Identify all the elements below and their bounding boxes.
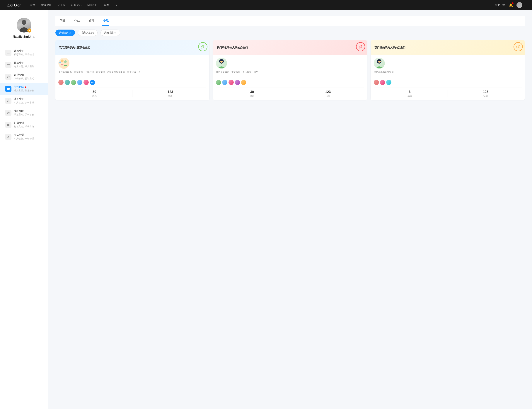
member-more-1: +15 [90, 80, 95, 85]
member-avatar-1-2 [65, 80, 70, 85]
topic-label-1: 话题 [134, 94, 206, 97]
group-avatar-3 [374, 58, 385, 69]
settings-icon [5, 134, 11, 140]
chevron-down-icon: ▾ [523, 4, 525, 7]
sidebar-item-certificate[interactable]: 证书荣誉 收获荣誉、持证上岗 [0, 71, 48, 83]
svg-rect-2 [7, 54, 9, 54]
user-avatar-menu[interactable]: ▾ [516, 2, 525, 8]
group-stats-3: 3 成员 123 话题 [374, 88, 522, 97]
header-right: APP下载 🔔 ▾ [495, 2, 525, 8]
qr-icon[interactable]: ⊞ [33, 35, 35, 38]
svg-rect-0 [7, 52, 9, 52]
group-stat-topics-1: 123 话题 [134, 90, 206, 97]
sidebar-item-settings[interactable]: 个人设置 个人信息、一键管理 [0, 131, 48, 143]
group-card-3-body: 我是你得不到的宝贝 3 成员 123 话 [371, 55, 525, 100]
sidebar-item-question-bank[interactable]: 题库中心 海量习题、助力通关 [0, 59, 48, 71]
question-bank-icon [5, 62, 11, 68]
sidebar-item-course-center[interactable]: 课程中心 精彩课程、不容错过 [0, 47, 48, 59]
tab-qa[interactable]: 问答 [59, 16, 66, 26]
account-icon [5, 98, 11, 104]
nav-questions[interactable]: 题库 [104, 3, 109, 7]
tab-homework[interactable]: 作业 [73, 16, 81, 26]
app-download[interactable]: APP下载 [495, 3, 505, 7]
group-stat-topics-3: 123 话题 [449, 90, 522, 97]
qa-badge [25, 86, 27, 88]
avatar-image [516, 2, 523, 8]
bell-icon: 🔔 [509, 3, 513, 7]
logo: LOGO [7, 3, 21, 8]
course-center-title: 课程中心 [14, 49, 34, 53]
group-stamp-2: ★★★认证 [355, 41, 366, 52]
svg-point-18 [59, 62, 61, 63]
member-avatar-2-3 [229, 80, 234, 85]
sub-tab-created[interactable]: 我创建的(2) [55, 29, 75, 36]
sidebar-item-messages[interactable]: 我的消息 消息通知、及时了解 [0, 107, 48, 119]
sub-tab-topics[interactable]: 我的话题(4) [101, 29, 120, 36]
settings-text: 个人设置 个人信息、一键管理 [14, 133, 34, 140]
group-desc-1: 爱音乐爱电影、更爱旅游、个性好强、但又谦虚、低调爱音乐爱电影、更爱旅游、个... [58, 71, 206, 78]
account-text: 账户中心 个人权益、实时掌握 [14, 97, 34, 104]
group-stamp-1: ★★★认证 [197, 41, 209, 52]
member-avatar-1-3 [71, 80, 76, 85]
topic-count-3: 123 [449, 90, 522, 94]
member-avatar-1-1 [58, 80, 64, 85]
group-members-2 [216, 80, 364, 85]
nav-more[interactable]: ··· [115, 4, 117, 7]
svg-point-16 [61, 59, 64, 62]
group-card-1-body: 爱音乐爱电影、更爱旅游、个性好强、但又谦虚、低调爱音乐爱电影、更爱旅游、个...… [55, 55, 209, 100]
svg-rect-14 [8, 125, 9, 126]
group-card-3[interactable]: 双门洞豹子夫人家的公主们 ★★★认证 我是你得不到的宝贝 [371, 40, 525, 100]
member-avatar-2-2 [222, 80, 227, 85]
member-avatar-2-1 [216, 80, 221, 85]
group-stat-topics-2: 123 话题 [292, 90, 364, 97]
notification-bell[interactable]: 🔔 [509, 3, 513, 7]
messages-title: 我的消息 [14, 109, 34, 113]
stat-divider-1 [132, 90, 132, 97]
sidebar-item-qa[interactable]: 学习问答 课后重温、疑难解答 [0, 83, 48, 95]
nav-courses[interactable]: 发现课程 [41, 3, 52, 7]
messages-subtitle: 消息通知、及时了解 [14, 113, 34, 116]
groups-grid: 双门洞豹子夫人家的公主们 ★★★认证 [55, 40, 525, 100]
member-avatar-1-4 [77, 80, 83, 85]
group-card-3-header: 双门洞豹子夫人家的公主们 ★★★认证 [371, 40, 525, 55]
nav-qa[interactable]: 问答社区 [87, 3, 98, 7]
main-nav: 首页 发现课程 公开课 新闻资讯 问答社区 题库 ··· [30, 3, 495, 7]
profile-name: Natalie Smith [13, 35, 31, 38]
nav-home[interactable]: 首页 [30, 3, 35, 7]
stamp-text-2: ★★★认证 [358, 45, 363, 49]
account-subtitle: 个人权益、实时掌握 [14, 101, 34, 104]
notification-badge [512, 2, 514, 4]
group-card-1[interactable]: 双门洞豹子夫人家的公主们 ★★★认证 [55, 40, 209, 100]
qa-text: 学习问答 课后重温、疑难解答 [14, 85, 34, 92]
member-label-3: 成员 [374, 94, 446, 97]
sidebar-item-orders[interactable]: 订单管理 订单支出、明明白白 [0, 119, 48, 131]
header: LOGO 首页 发现课程 公开课 新闻资讯 问答社区 题库 ··· APP下载 … [0, 0, 532, 10]
svg-point-10 [8, 112, 9, 113]
group-card-1-title: 双门洞豹子夫人家的公主们 [59, 46, 206, 49]
svg-rect-13 [8, 125, 9, 125]
account-title: 账户中心 [14, 97, 34, 101]
group-card-2-body: 爱音乐爱电影、更爱旅游、个性好强、但又 30 成员 [213, 55, 367, 100]
nav-news[interactable]: 新闻资讯 [71, 3, 82, 7]
topic-count-1: 123 [134, 90, 206, 94]
member-avatar-2-4 [235, 80, 240, 85]
question-bank-title: 题库中心 [14, 61, 34, 65]
profile-name-row: Natalie Smith ⊞ [13, 35, 35, 38]
topic-label-2: 话题 [292, 94, 364, 97]
tab-groups[interactable]: 小组 [102, 16, 109, 26]
member-avatar-3-3 [386, 80, 391, 85]
group-desc-2: 爱音乐爱电影、更爱旅游、个性好强、但又 [216, 71, 364, 78]
member-count-2: 30 [216, 90, 288, 94]
sidebar: ★ Natalie Smith ⊞ 课程中心 精彩课程、不容错过 [0, 10, 48, 409]
nav-open-course[interactable]: 公开课 [57, 3, 65, 7]
sidebar-item-account[interactable]: 账户中心 个人权益、实时掌握 [0, 95, 48, 107]
settings-subtitle: 个人信息、一键管理 [14, 137, 34, 140]
svg-rect-5 [7, 65, 9, 65]
member-avatar-1-5 [83, 80, 89, 85]
tab-materials[interactable]: 资料 [88, 16, 95, 26]
group-card-2[interactable]: 双门洞豹子夫人家的公主们 ★★★认证 [213, 40, 367, 100]
group-card-2-title: 双门洞豹子夫人家的公主们 [217, 46, 363, 49]
svg-point-15 [8, 136, 9, 137]
badge-icon: ★ [29, 29, 30, 32]
sub-tab-joined[interactable]: 我加入的(4) [78, 29, 98, 36]
